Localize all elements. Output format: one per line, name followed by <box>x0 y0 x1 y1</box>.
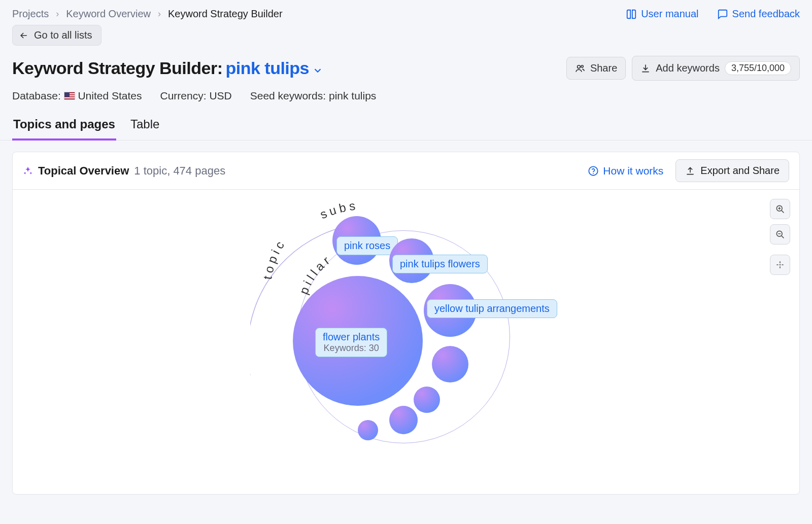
panel-title: Topical Overview <box>38 164 129 178</box>
breadcrumb-projects[interactable]: Projects <box>12 8 49 20</box>
back-to-lists-label: Go to all lists <box>34 29 92 41</box>
database-meta: Database: United States <box>12 90 142 102</box>
chevron-right-icon: › <box>158 9 161 19</box>
topical-overview-panel: Topical Overview 1 topic, 474 pages How … <box>12 152 800 495</box>
help-icon <box>588 165 599 177</box>
topic-bubble-chart[interactable]: flower plants Keywords: 30 pink roses pi… <box>13 190 799 494</box>
currency-label: Currency: <box>160 90 207 101</box>
svg-point-1 <box>581 65 583 67</box>
add-keywords-button[interactable]: Add keywords 3,755/10,000 <box>632 56 800 81</box>
pillar-label-chip[interactable]: flower plants Keywords: 30 <box>315 328 387 357</box>
sub-label-yellow[interactable]: yellow tulip arrangements <box>427 299 557 318</box>
feedback-icon <box>717 9 728 20</box>
users-icon <box>575 63 585 74</box>
breadcrumb: Projects › Keyword Overview › Keyword St… <box>12 8 283 20</box>
database-label: Database: <box>12 90 61 101</box>
upload-icon <box>685 166 695 176</box>
currency-value: USD <box>209 90 231 101</box>
sub-bubble-5[interactable] <box>414 387 440 413</box>
how-it-works-link[interactable]: How it works <box>588 165 663 177</box>
sub-bubble-6[interactable] <box>389 406 418 434</box>
send-feedback-link[interactable]: Send feedback <box>717 8 800 20</box>
seed-dropdown-label: pink tulips <box>225 58 309 78</box>
export-share-button[interactable]: Export and Share <box>675 159 789 182</box>
keywords-count-pill: 3,755/10,000 <box>725 61 791 75</box>
currency-meta: Currency: USD <box>160 90 232 102</box>
chevron-down-icon <box>312 65 323 76</box>
chevron-right-icon: › <box>56 9 59 19</box>
breadcrumb-keyword-overview[interactable]: Keyword Overview <box>66 8 151 20</box>
how-it-works-label: How it works <box>603 165 663 177</box>
tab-table[interactable]: Table <box>129 117 160 140</box>
share-button[interactable]: Share <box>566 57 626 80</box>
svg-point-3 <box>593 172 594 173</box>
user-manual-link[interactable]: User manual <box>626 8 698 20</box>
arc-topic-text: topic <box>260 236 288 281</box>
pillar-label: flower plants <box>323 331 380 342</box>
seed-dropdown[interactable]: pink tulips <box>225 58 323 78</box>
tab-topics-and-pages[interactable]: Topics and pages <box>12 117 116 141</box>
arrow-left-icon <box>19 30 29 41</box>
sub-bubble-4[interactable] <box>432 346 468 382</box>
seed-meta: Seed keywords: pink tulips <box>250 90 377 102</box>
share-label: Share <box>590 62 617 74</box>
back-to-lists-button[interactable]: Go to all lists <box>12 25 101 46</box>
user-manual-label: User manual <box>641 8 698 20</box>
seed-label: Seed keywords: <box>250 90 326 101</box>
send-feedback-label: Send feedback <box>732 8 800 20</box>
svg-point-2 <box>589 166 598 175</box>
arc-subs-text: subs <box>318 198 359 222</box>
panel-subtitle: 1 topic, 474 pages <box>134 164 225 178</box>
database-value: United States <box>78 90 142 101</box>
pillar-keywords: Keywords: 30 <box>323 343 380 354</box>
page-title: Keyword Strategy Builder: <box>12 58 222 78</box>
sub-bubble-7[interactable] <box>358 420 378 440</box>
seed-value: pink tulips <box>329 90 376 101</box>
us-flag-icon <box>64 92 75 100</box>
download-icon <box>640 63 651 74</box>
book-icon <box>626 9 637 20</box>
export-share-label: Export and Share <box>700 165 780 177</box>
arc-pillar-text: pillar <box>296 252 334 296</box>
svg-point-0 <box>577 65 580 68</box>
breadcrumb-current: Keyword Strategy Builder <box>168 8 283 20</box>
sparkle-icon <box>23 166 33 176</box>
add-keywords-label: Add keywords <box>656 62 720 74</box>
